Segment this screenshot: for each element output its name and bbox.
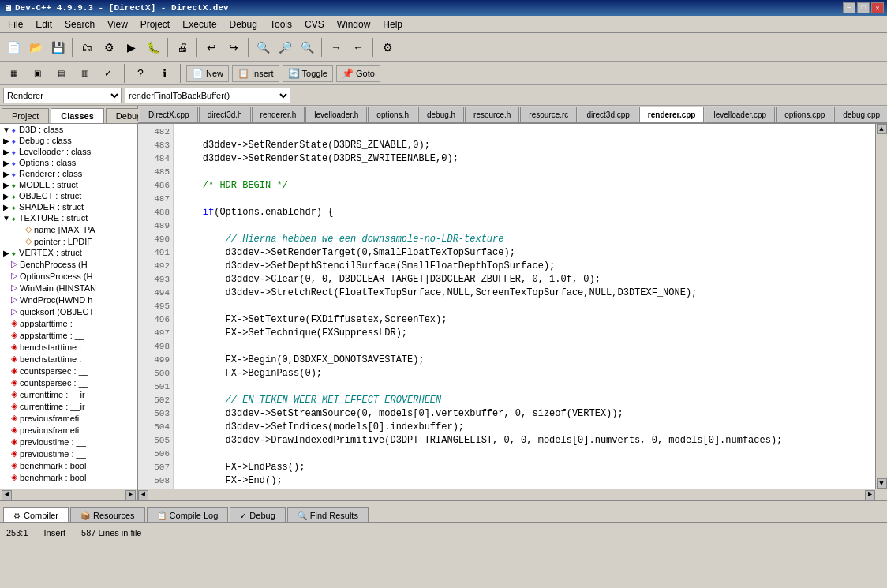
menu-project[interactable]: Project: [134, 17, 176, 32]
tab-classes[interactable]: Classes: [51, 108, 104, 123]
tree-item-currenttime1[interactable]: ◈ currenttime : __ir: [0, 388, 137, 400]
tree-item-d3d[interactable]: ▼ ⬥ D3D : class: [0, 124, 137, 135]
goto-button[interactable]: 📌 Goto: [336, 65, 380, 82]
tree-item-pointer[interactable]: ◇ pointer : LPDIF: [0, 235, 137, 247]
tab-options-h[interactable]: options.h: [368, 107, 417, 122]
redo-button[interactable]: ↪: [223, 37, 244, 58]
save-file-button[interactable]: 💾: [47, 37, 68, 58]
new-file-button[interactable]: 📄: [3, 37, 24, 58]
view1-button[interactable]: ▦: [3, 63, 24, 84]
tab-compiler[interactable]: ⚙ Compiler: [3, 507, 69, 522]
tree-item-options[interactable]: ▶ ⬥ Options : class: [0, 157, 137, 168]
open-file-button[interactable]: 📂: [25, 37, 46, 58]
scroll-up-button[interactable]: ▲: [877, 124, 887, 134]
tree-item-benchprocess[interactable]: ▷ BenchProcess (H: [0, 258, 137, 270]
insert-button[interactable]: 📋 Insert: [232, 65, 279, 82]
info-button[interactable]: ℹ: [154, 63, 174, 84]
tab-direct3d-cpp[interactable]: direct3d.cpp: [578, 107, 638, 122]
tree-item-benchmark1[interactable]: ◈ benchmark : bool: [0, 459, 137, 471]
menu-tools[interactable]: Tools: [264, 17, 298, 32]
tab-resource-rc[interactable]: resource.rc: [520, 107, 577, 122]
view3-button[interactable]: ▤: [51, 63, 71, 84]
tree-item-appstarttime1[interactable]: ◈ appstarttime : __: [0, 317, 137, 329]
function-select[interactable]: renderFinalToBackBuffer(): [125, 88, 290, 103]
left-hscroll-left[interactable]: ◄: [2, 490, 12, 500]
maximize-button[interactable]: □: [857, 2, 870, 13]
minimize-button[interactable]: ─: [843, 2, 855, 13]
view4-button[interactable]: ▥: [74, 63, 95, 84]
tree-item-texture[interactable]: ▼ ⬥ TEXTURE : struct: [0, 212, 137, 223]
main-hscroll-left[interactable]: ◄: [138, 490, 148, 500]
tab-resource-h[interactable]: resource.h: [465, 107, 519, 122]
tab-directx-cpp[interactable]: DirectX.cpp: [140, 107, 198, 122]
tab-compile-log[interactable]: 📋 Compile Log: [147, 507, 229, 522]
tab-debug-cpp[interactable]: debug.cpp: [834, 107, 887, 122]
tree-item-prevframetime1[interactable]: ◈ previousframeti: [0, 412, 137, 424]
menu-cvs[interactable]: CVS: [298, 17, 331, 32]
project-new-button[interactable]: 🗂: [77, 37, 97, 58]
tree-item-prevframetime2[interactable]: ◈ previousframeti: [0, 424, 137, 436]
tree-item-benchstarttime2[interactable]: ◈ benchstarttime :: [0, 353, 137, 365]
code-content[interactable]: d3ddev->SetRenderState(D3DRS_ZENABLE,0);…: [174, 124, 875, 489]
tab-debug-bottom[interactable]: ✓ Debug: [230, 507, 285, 522]
menu-window[interactable]: Window: [331, 17, 377, 32]
class-select[interactable]: Renderer: [3, 88, 122, 103]
tree-item-vertex[interactable]: ▶ ⬥ VERTEX : struct: [0, 247, 137, 258]
tab-direct3d-h[interactable]: direct3d.h: [199, 107, 251, 122]
tree-item-appstarttime2[interactable]: ◈ appstarttime : __: [0, 329, 137, 341]
options-button[interactable]: ⚙: [377, 37, 398, 58]
code-editor[interactable]: 4824834844854864874884894904914924934944…: [138, 124, 875, 489]
compile-button[interactable]: ⚙: [99, 37, 119, 58]
menu-search[interactable]: Search: [58, 17, 101, 32]
tab-resources[interactable]: 📦 Resources: [70, 507, 145, 522]
tree-item-debug[interactable]: ▶ ⬥ Debug : class: [0, 135, 137, 146]
view2-button[interactable]: ▣: [27, 63, 47, 84]
left-hscroll-right[interactable]: ►: [125, 490, 136, 500]
main-hscroll-right[interactable]: ►: [865, 490, 875, 500]
tree-item-object[interactable]: ▶ ⬥ OBJECT : struct: [0, 190, 137, 201]
zoom-in-button[interactable]: 🔍: [297, 37, 317, 58]
tab-levelloader-h[interactable]: levelloader.h: [305, 107, 367, 122]
tree-item-prevtime2[interactable]: ◈ previoustime : __: [0, 448, 137, 459]
tab-renderer-h[interactable]: renderer.h: [252, 107, 305, 122]
menu-execute[interactable]: Execute: [176, 17, 223, 32]
tree-item-renderer[interactable]: ▶ ⬥ Renderer : class: [0, 168, 137, 179]
menu-help[interactable]: Help: [376, 17, 409, 32]
tree-item-name[interactable]: ◇ name [MAX_PA: [0, 223, 137, 235]
tree-item-countspersec2[interactable]: ◈ countspersec : __: [0, 376, 137, 388]
checkmark-button[interactable]: ✓: [98, 63, 118, 84]
menu-view[interactable]: View: [101, 17, 134, 32]
print-button[interactable]: 🖨: [172, 37, 193, 58]
tree-item-wndproc[interactable]: ▷ WndProc(HWND h: [0, 294, 137, 305]
menu-file[interactable]: File: [2, 17, 29, 32]
tree-item-optionsprocess[interactable]: ▷ OptionsProcess (H: [0, 270, 137, 282]
tree-item-currenttime2[interactable]: ◈ currenttime : __ir: [0, 400, 137, 412]
find-button[interactable]: 🔍: [253, 37, 273, 58]
tab-project[interactable]: Project: [2, 108, 49, 123]
tree-item-model[interactable]: ▶ ⬥ MODEL : struct: [0, 179, 137, 190]
tree-item-shader[interactable]: ▶ ⬥ SHADER : struct: [0, 201, 137, 212]
tree-item-quicksort[interactable]: ▷ quicksort (OBJECT: [0, 305, 137, 317]
undo-button[interactable]: ↩: [201, 37, 222, 58]
tree-item-winmain[interactable]: ▷ WinMain (HINSTAN: [0, 282, 137, 294]
toggle-button[interactable]: 🔄 Toggle: [283, 65, 333, 82]
tab-levelloader-cpp[interactable]: levelloader.cpp: [705, 107, 775, 122]
menu-edit[interactable]: Edit: [29, 17, 58, 32]
tab-find-results[interactable]: 🔍 Find Results: [287, 507, 369, 522]
vertical-scrollbar[interactable]: ▲ ▼: [875, 124, 887, 489]
tab-renderer-cpp[interactable]: renderer.cpp: [639, 107, 705, 122]
tab-options-cpp[interactable]: options.cpp: [776, 107, 833, 122]
debug-run-button[interactable]: 🐛: [143, 37, 163, 58]
tree-item-countspersec1[interactable]: ◈ countspersec : __: [0, 365, 137, 376]
indent-button[interactable]: →: [326, 37, 346, 58]
tree-item-prevtime1[interactable]: ◈ previoustime : __: [0, 436, 137, 448]
replace-button[interactable]: 🔎: [275, 37, 295, 58]
menu-debug[interactable]: Debug: [223, 17, 264, 32]
tab-debug-h[interactable]: debug.h: [418, 107, 464, 122]
help-button[interactable]: ?: [130, 63, 151, 84]
tree-item-benchstarttime1[interactable]: ◈ benchstarttime :: [0, 341, 137, 353]
tree-item-levelloader[interactable]: ▶ ⬥ Levelloader : class: [0, 146, 137, 157]
unindent-button[interactable]: ←: [348, 37, 369, 58]
scroll-down-button[interactable]: ▼: [877, 478, 887, 489]
new-button[interactable]: 📄 New: [186, 65, 229, 82]
